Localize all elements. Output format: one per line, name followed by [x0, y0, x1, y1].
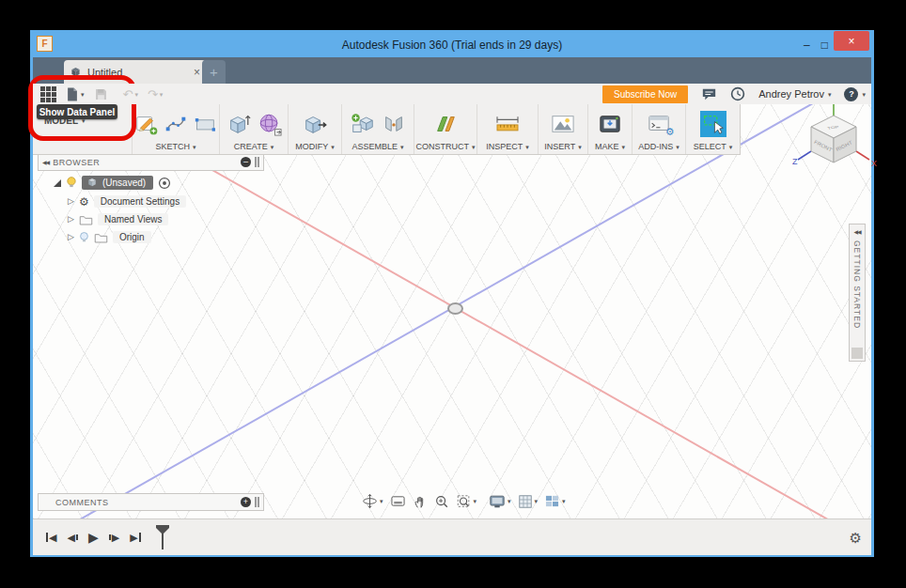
collapse-browser-icon[interactable]: ◀◀	[42, 159, 49, 165]
scripts-addins-button[interactable]: ⚙	[647, 113, 672, 135]
collapsed-triangle-icon[interactable]: ▷	[68, 233, 74, 241]
ribbon-dropdown-addins[interactable]: ADD-INS▾	[638, 142, 680, 151]
measure-button[interactable]	[493, 114, 522, 134]
collapsed-triangle-icon[interactable]: ▷	[68, 215, 74, 224]
new-component-button[interactable]	[350, 111, 376, 137]
view-cube[interactable]: Y Z X TOP FRONT RIGHT	[790, 93, 881, 174]
extrude-button[interactable]	[226, 111, 252, 137]
add-comment-circle-icon[interactable]: +	[241, 497, 251, 507]
chevron-down-icon: ▾	[862, 91, 866, 98]
ribbon-dropdown-inspect[interactable]: INSPECT▾	[486, 142, 529, 151]
root-document-item[interactable]: (Unsaved)	[82, 176, 153, 190]
data-panel-grid-icon	[40, 86, 56, 102]
go-to-end-button[interactable]: ▶	[130, 533, 140, 543]
chevron-down-icon: ▾	[193, 144, 196, 150]
zoom-button[interactable]	[434, 494, 449, 509]
fit-button[interactable]: ▾	[456, 494, 477, 509]
minimize-button[interactable]: –	[804, 39, 810, 51]
go-to-start-button[interactable]: ◀	[46, 533, 56, 543]
activate-component-icon[interactable]	[158, 177, 171, 190]
ribbon-dropdown-insert[interactable]: INSERT▾	[544, 142, 581, 151]
file-icon	[66, 86, 79, 102]
getting-started-thumb[interactable]	[851, 348, 863, 359]
construct-plane-button[interactable]	[432, 112, 459, 136]
ribbon-dropdown-modify[interactable]: MODIFY▾	[295, 142, 335, 151]
create-sketch-button[interactable]	[134, 112, 159, 136]
browser-panel-header[interactable]: ◀◀ BROWSER –	[38, 153, 264, 171]
visibility-bulb-icon[interactable]	[79, 231, 89, 244]
folder-icon	[94, 232, 108, 243]
show-data-panel-button[interactable]	[40, 86, 56, 102]
play-button[interactable]: ▶	[88, 531, 99, 544]
step-forward-button[interactable]: ▶	[109, 533, 119, 543]
timeline-marker[interactable]	[156, 525, 169, 549]
ribbon-section-select: SELECT▾	[685, 104, 740, 154]
timeline-gear-icon[interactable]: ⚙	[850, 531, 862, 545]
undo-icon: ↶	[123, 88, 133, 101]
create-form-button[interactable]	[258, 112, 282, 136]
file-menu-button[interactable]: ▾	[66, 86, 85, 102]
grid-settings-button[interactable]: ▾	[518, 494, 539, 509]
tab-close-icon[interactable]: ×	[194, 66, 200, 79]
visibility-bulb-icon[interactable]	[66, 176, 77, 190]
display-settings-button[interactable]: ▾	[489, 494, 511, 509]
subscribe-now-button[interactable]: Subscribe Now	[602, 85, 688, 103]
select-tool-button[interactable]	[700, 111, 726, 137]
chevron-down-icon: ▾	[729, 144, 733, 150]
new-tab-button[interactable]: +	[202, 60, 226, 84]
viewports-button[interactable]: ▾	[544, 494, 566, 508]
collapsed-triangle-icon[interactable]: ▷	[68, 197, 74, 206]
chevron-down-icon: ▾	[134, 91, 138, 98]
chevron-down-icon: ▾	[508, 498, 511, 504]
insert-image-button[interactable]	[550, 113, 576, 135]
browser-root-row[interactable]: (Unsaved)	[54, 175, 171, 191]
collapse-getting-started-icon[interactable]: ◀◀	[853, 228, 860, 235]
tree-row-named-views[interactable]: ▷ Named Views	[68, 211, 168, 227]
fusion-logo-icon: F	[37, 36, 53, 52]
gear-icon: ⚙	[79, 196, 89, 208]
origin-label: Origin	[119, 232, 145, 242]
comments-panel-grip[interactable]	[255, 497, 257, 507]
save-button[interactable]	[94, 87, 108, 101]
orbit-button[interactable]: ▾	[362, 493, 383, 509]
tab-untitled[interactable]: Untitled ×	[64, 60, 206, 84]
maximize-button[interactable]: □	[821, 39, 828, 51]
close-button[interactable]: ×	[834, 31, 869, 51]
chevron-down-icon: ▾	[828, 91, 832, 98]
step-back-button[interactable]: ◀	[67, 533, 77, 543]
redo-button[interactable]: ↷ ▾	[148, 88, 163, 101]
tree-row-document-settings[interactable]: ▷ ⚙ Document Settings	[68, 193, 186, 209]
make-3d-print-button[interactable]	[598, 113, 622, 135]
ribbon-dropdown-make[interactable]: MAKE▾	[595, 142, 625, 151]
ribbon-section-addins: ⚙ ADD-INS▾	[632, 104, 685, 154]
chevron-down-icon: ▾	[380, 498, 383, 504]
undo-button[interactable]: ↶ ▾	[123, 88, 138, 101]
browser-collapse-circle-icon[interactable]: –	[241, 157, 251, 167]
ribbon-dropdown-select[interactable]: SELECT▾	[694, 142, 733, 151]
application-bar: ▾ ↶ ▾ ↷ ▾ Subscribe Now	[33, 84, 871, 104]
model-canvas[interactable]: ◀◀ BROWSER – (Unsaved) ▷	[33, 104, 871, 518]
tree-row-origin[interactable]: ▷ Origin	[68, 229, 151, 245]
ribbon-dropdown-sketch[interactable]: SKETCH▾	[155, 142, 195, 151]
pan-button[interactable]	[413, 494, 428, 509]
expand-triangle-icon[interactable]	[54, 179, 61, 187]
ribbon-section-make: MAKE▾	[587, 104, 632, 154]
look-at-button[interactable]	[390, 494, 406, 508]
notifications-clock-icon[interactable]	[730, 86, 745, 101]
user-account-menu[interactable]: Andrey Petrov ▾	[758, 88, 831, 100]
comments-panel-header[interactable]: COMMENTS +	[38, 493, 264, 511]
spline-tool-button[interactable]	[164, 113, 187, 135]
help-menu[interactable]: ? ▾	[844, 87, 866, 101]
save-icon	[94, 87, 108, 101]
ribbon-dropdown-construct[interactable]: CONSTRUCT▾	[415, 142, 475, 151]
browser-panel-grip[interactable]	[255, 157, 257, 167]
joint-button[interactable]	[382, 112, 406, 136]
rectangle-tool-button[interactable]	[193, 114, 217, 134]
ribbon-dropdown-assemble[interactable]: ASSEMBLE▾	[351, 142, 403, 151]
press-pull-button[interactable]	[302, 111, 328, 137]
ribbon-dropdown-create[interactable]: CREATE▾	[234, 142, 273, 151]
origin-point[interactable]	[447, 302, 463, 315]
comments-feed-icon[interactable]	[701, 87, 717, 101]
getting-started-tab[interactable]: ◀◀ GETTING STARTED	[849, 224, 866, 362]
chevron-down-icon: ▾	[331, 144, 335, 150]
